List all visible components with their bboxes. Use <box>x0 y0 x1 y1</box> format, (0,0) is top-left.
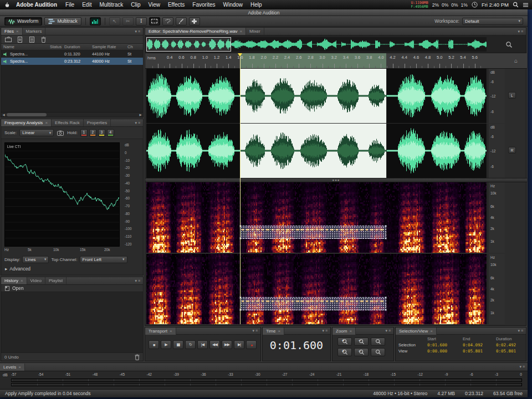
files-horizontal-scrollbar[interactable]: ◀ ▶ <box>1 112 143 117</box>
overview-navigator[interactable] <box>145 35 526 53</box>
scale-dropdown[interactable]: Linear ▾ <box>19 129 54 136</box>
editor-tab-mixer[interactable]: Mixer <box>246 28 264 35</box>
spectral-selection-left[interactable] <box>240 226 386 239</box>
import-file-icon[interactable] <box>16 36 24 43</box>
menu-multitrack[interactable]: Multitrack <box>95 2 127 8</box>
window-titlebar[interactable]: Adobe Audition <box>0 9 528 16</box>
panel-menu-icon[interactable]: ▾ ≡ <box>382 329 393 333</box>
multitrack-view-button[interactable]: Multitrack <box>44 17 81 25</box>
marquee-selection-tool[interactable] <box>149 17 160 25</box>
history-tab-video[interactable]: Video <box>27 277 45 284</box>
menubar-app-name[interactable]: Adobe Audition <box>12 2 62 8</box>
playhead-handle[interactable] <box>238 53 242 57</box>
panel-menu-icon[interactable]: ▾ ≡ <box>132 277 143 284</box>
lasso-selection-tool[interactable] <box>162 17 173 25</box>
pause-button[interactable]: ▮▮ <box>173 340 183 349</box>
menu-view[interactable]: View <box>144 2 164 8</box>
marquee-handle[interactable] <box>385 309 387 311</box>
trash-icon[interactable] <box>39 36 47 43</box>
menu-clip[interactable]: Clip <box>127 2 144 8</box>
loop-playback-button[interactable]: ↻ <box>185 340 196 349</box>
hold-button-3[interactable]: 3 <box>98 129 105 137</box>
menu-effects[interactable]: Effects <box>164 2 188 8</box>
marquee-handle[interactable] <box>385 225 387 227</box>
overview-view-region[interactable] <box>146 37 231 52</box>
zoom-in-horizontal-button[interactable]: + <box>337 348 352 356</box>
hold-button-4[interactable]: 4 <box>107 129 114 137</box>
waveform-channel-right[interactable] <box>146 124 487 178</box>
marquee-handle[interactable] <box>385 296 387 299</box>
spotlight-search-icon[interactable] <box>513 2 519 8</box>
move-tool[interactable]: ↖ <box>109 17 120 25</box>
advanced-disclosure[interactable]: ▸ Advanced <box>5 266 30 272</box>
panel-menu-icon[interactable]: ▾ ≡ <box>249 329 260 333</box>
history-tab-playlist[interactable]: Playlist <box>45 277 66 284</box>
clock-icon[interactable] <box>472 2 478 8</box>
close-icon[interactable]: × <box>349 329 352 334</box>
panel-menu-icon[interactable]: ▾ ≡ <box>515 329 526 333</box>
frequency-analysis-graph[interactable]: Live CTI <box>4 142 120 247</box>
file-row[interactable]: Spectra...0:11.32044100 HzSt <box>1 50 143 58</box>
zoom-tab[interactable]: Zoom × <box>332 328 356 335</box>
marquee-handle[interactable] <box>385 237 387 239</box>
close-icon[interactable]: × <box>21 278 23 283</box>
go-to-previous-button[interactable]: |◀ <box>197 340 208 349</box>
open-file-icon[interactable] <box>4 36 12 43</box>
zoom-selection-button[interactable] <box>371 337 385 346</box>
panel-menu-icon[interactable]: ▾ ≡ <box>132 28 143 35</box>
stop-button[interactable]: ■ <box>149 340 159 349</box>
waveform-spectral-splitter[interactable]: ●●● <box>145 178 527 182</box>
zoom-out-horizontal-button[interactable]: − <box>354 348 369 356</box>
freq-tab-properties[interactable]: Properties <box>84 119 111 126</box>
zoom-in-button[interactable]: + <box>337 337 352 346</box>
notification-center-icon[interactable] <box>523 2 529 8</box>
paintbrush-selection-tool[interactable] <box>176 17 187 25</box>
razor-tool[interactable]: ✂ <box>122 17 134 25</box>
spectral-display-left[interactable] <box>146 182 487 253</box>
files-tab-files[interactable]: Files× <box>1 28 23 35</box>
menu-window[interactable]: Window <box>219 2 247 8</box>
freq-tab-frequency-analysis[interactable]: Frequency Analysis× <box>1 119 52 126</box>
playhead-line[interactable] <box>240 57 241 324</box>
close-icon[interactable]: × <box>18 365 21 370</box>
panel-menu-icon[interactable]: ▾ ≡ <box>515 28 526 35</box>
home-icon[interactable]: ⌂ <box>514 58 518 64</box>
new-file-icon[interactable] <box>28 36 35 43</box>
close-icon[interactable]: × <box>278 329 280 334</box>
timeline-ruler[interactable]: hms 0.40.60.81.01.21.41.61.82.02.22.42.6… <box>145 53 505 69</box>
panel-menu-icon[interactable]: ▾ ≡ <box>516 365 528 369</box>
fast-forward-button[interactable]: ▶▶ <box>222 340 232 349</box>
hold-button-2[interactable]: 2 <box>89 129 96 137</box>
snapshot-camera-icon[interactable] <box>57 130 64 136</box>
record-button[interactable]: ● <box>246 340 257 349</box>
panel-menu-icon[interactable]: ▾ ≡ <box>132 119 143 126</box>
spectral-display-right[interactable] <box>146 254 487 324</box>
file-row[interactable]: Spectra...0:23.31248000 HzSt <box>1 58 143 65</box>
rewind-button[interactable]: ◀◀ <box>209 340 220 349</box>
workspace-dropdown[interactable]: Default ▾ <box>462 18 523 25</box>
channel-r-button[interactable]: R <box>508 147 516 154</box>
editor-tab-editor-spectralview-removephonering-wav[interactable]: Editor: SpectralView-RemovePhoneRing.wav… <box>145 28 246 35</box>
selection-view-tab[interactable]: Selection/View × <box>396 328 437 335</box>
waveform-channel-left[interactable] <box>146 69 487 123</box>
menu-file[interactable]: File <box>62 2 78 8</box>
spectral-display-toggle[interactable] <box>90 17 101 25</box>
time-selection-tool[interactable]: I <box>136 17 147 25</box>
scroll-left-icon[interactable]: ◀ <box>1 112 6 117</box>
files-tab-markers[interactable]: Markers <box>23 28 46 35</box>
menubar-clock[interactable]: Fri 2:40 PM <box>482 2 509 8</box>
channel-l-button[interactable]: L <box>508 92 516 99</box>
history-item[interactable]: Open <box>1 285 143 292</box>
transport-tab[interactable]: Transport × <box>145 328 176 335</box>
close-icon[interactable]: × <box>239 29 242 34</box>
spectral-selection-right[interactable] <box>240 297 386 310</box>
waveform-view-button[interactable]: Waveform <box>4 17 42 25</box>
go-to-next-button[interactable]: ▶| <box>234 340 244 349</box>
freq-tab-effects-rack[interactable]: Effects Rack <box>52 119 84 126</box>
hold-button-1[interactable]: 1 <box>80 129 88 137</box>
apple-menu-icon[interactable] <box>3 1 11 8</box>
zoom-full-button[interactable] <box>371 348 385 356</box>
close-icon[interactable]: × <box>45 120 48 125</box>
panel-menu-icon[interactable]: ▾ ≡ <box>319 329 330 333</box>
trash-icon[interactable] <box>135 354 140 360</box>
